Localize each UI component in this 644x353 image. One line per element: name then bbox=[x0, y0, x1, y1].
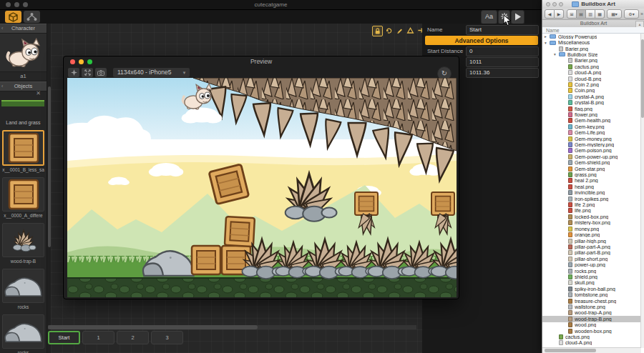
timeline-scrollbar[interactable] bbox=[48, 325, 416, 329]
finder-row[interactable]: cloud-A.png bbox=[542, 69, 644, 75]
finder-row[interactable]: wood-trap-B.png bbox=[542, 316, 644, 322]
finder-row[interactable]: spiky-iron-ball.png bbox=[542, 286, 644, 292]
screenshot-button[interactable] bbox=[95, 68, 107, 77]
finder-row[interactable]: flower.png bbox=[542, 111, 644, 117]
disclosure-triangle[interactable]: ▸ bbox=[545, 34, 550, 39]
font-button[interactable]: Aa bbox=[481, 10, 497, 24]
collapse-chevron-icon[interactable]: ‹ bbox=[1, 24, 3, 33]
finder-row[interactable]: cactus.png bbox=[542, 334, 644, 339]
finder-row[interactable]: shield.png bbox=[542, 274, 644, 279]
finder-row[interactable]: pillar-high.png bbox=[542, 238, 644, 244]
finder-row[interactable]: wooden-box.png bbox=[542, 328, 644, 334]
finder-row[interactable]: Gem-money.png bbox=[542, 136, 644, 141]
game-scene[interactable] bbox=[67, 78, 457, 297]
name-column-header[interactable]: Name bbox=[542, 27, 644, 34]
finder-row[interactable]: Coin.png bbox=[542, 88, 644, 94]
timeline-frame-button[interactable]: 3 bbox=[151, 331, 183, 344]
grass-item-thumbnail[interactable] bbox=[1, 100, 44, 106]
finder-row[interactable]: heal 2.png bbox=[542, 178, 644, 184]
character-section-header[interactable]: ‹ Character bbox=[0, 24, 47, 34]
finder-row[interactable]: pillar-part-A.png bbox=[542, 244, 644, 249]
finder-row[interactable]: cactus.png bbox=[542, 64, 644, 69]
back-button[interactable]: ◀ bbox=[545, 9, 555, 19]
finder-row[interactable]: treasure-chest.png bbox=[542, 298, 644, 304]
object-thumbnail[interactable] bbox=[2, 177, 44, 212]
close-icon[interactable]: ✕ bbox=[36, 90, 41, 96]
forward-button[interactable]: ▶ bbox=[555, 9, 564, 19]
finder-row[interactable]: power-up.png bbox=[542, 262, 644, 267]
finder-row[interactable]: pillar-short.png bbox=[542, 256, 644, 262]
finder-row[interactable]: tombstone.png bbox=[542, 292, 644, 297]
finder-row[interactable]: Gem-power-up.png bbox=[542, 154, 644, 159]
resolution-dropdown[interactable]: 1134x640 - iPhone5 ▾ bbox=[113, 68, 190, 77]
finder-hscroll-thumb[interactable] bbox=[545, 349, 596, 352]
finder-row[interactable]: Gem-key.png bbox=[542, 124, 644, 129]
column-view-button[interactable]: ▥ bbox=[586, 9, 595, 19]
object-thumbnail[interactable] bbox=[2, 314, 44, 349]
finder-row[interactable]: orange.png bbox=[542, 232, 644, 237]
finder-row[interactable]: Gem-health.png bbox=[542, 118, 644, 124]
finder-row[interactable]: Gem-Life.png bbox=[542, 130, 644, 136]
finder-horizontal-scrollbar[interactable] bbox=[542, 347, 641, 353]
lock-tool-button[interactable] bbox=[372, 26, 383, 36]
finder-row[interactable]: Gem-poison.png bbox=[542, 148, 644, 154]
finder-row[interactable]: Coin 2.png bbox=[542, 81, 644, 87]
name-input[interactable] bbox=[466, 25, 539, 35]
finder-row[interactable]: flag.png bbox=[542, 106, 644, 111]
value-1011-input[interactable] bbox=[466, 57, 539, 67]
finder-row[interactable]: ▾ Buildbox Size bbox=[542, 51, 644, 57]
object-thumbnail[interactable] bbox=[2, 223, 44, 257]
preview-window[interactable]: Preview 1134x640 - iPhone5 ▾ ↻ bbox=[63, 56, 459, 299]
finder-row[interactable]: wallstone.png bbox=[542, 304, 644, 309]
finder-vscroll-thumb[interactable] bbox=[641, 39, 644, 118]
finder-vertical-scrollbar[interactable] bbox=[640, 34, 644, 348]
fullscreen-button[interactable] bbox=[82, 68, 93, 77]
triangle-tool-button[interactable] bbox=[406, 26, 415, 35]
finder-row[interactable]: ▾ Miscellaneous bbox=[542, 39, 644, 45]
finder-row[interactable]: mistery-box.png bbox=[542, 220, 644, 226]
timeline-frame-button[interactable]: 1 bbox=[82, 331, 114, 344]
start-distance-input[interactable] bbox=[466, 46, 539, 56]
timeline-scrollbar-thumb[interactable] bbox=[48, 325, 258, 329]
pencil-tool-button[interactable] bbox=[395, 26, 404, 35]
finder-row[interactable]: Gem-shield.png bbox=[542, 160, 644, 166]
finder-row[interactable]: iron-spikes.png bbox=[542, 196, 644, 202]
timeline-frame-button[interactable]: Start bbox=[48, 331, 80, 344]
finder-row[interactable]: cloud-B.png bbox=[542, 76, 644, 81]
mindmap-mode-button[interactable] bbox=[24, 11, 40, 23]
finder-row[interactable]: locked-box.png bbox=[542, 214, 644, 219]
finder-row[interactable]: wood.png bbox=[542, 322, 644, 328]
finder-row[interactable]: money.png bbox=[542, 226, 644, 232]
snap-button[interactable] bbox=[68, 68, 79, 77]
toolbar-overflow-button[interactable]: » bbox=[640, 11, 644, 16]
disclosure-triangle[interactable]: ▾ bbox=[545, 41, 550, 45]
play-button[interactable] bbox=[511, 10, 525, 24]
finder-row[interactable]: rocks.png bbox=[542, 268, 644, 274]
finder-row[interactable]: heal.png bbox=[542, 184, 644, 189]
finder-row[interactable]: invincible.png bbox=[542, 190, 644, 196]
object-thumbnail[interactable] bbox=[2, 269, 44, 303]
collapse-chevron-icon[interactable]: ‹ bbox=[1, 82, 3, 91]
finder-row[interactable]: skull.png bbox=[542, 280, 644, 286]
finder-row[interactable]: life.png bbox=[542, 208, 644, 214]
finder-row[interactable]: pillar-part-B.png bbox=[542, 250, 644, 256]
icon-view-button[interactable]: ⊞ bbox=[567, 9, 577, 19]
scene-mode-button[interactable] bbox=[5, 11, 21, 23]
finder-row[interactable]: crystal-B.png bbox=[542, 99, 644, 105]
advanced-options-button[interactable]: Advanced Options bbox=[425, 36, 538, 45]
finder-window[interactable]: Buildbox Art ◀ ▶ ⊞ ▤ ▥ ▦ ▦▾ ⚙▾ » Buildbo… bbox=[542, 0, 644, 353]
character-thumbnail[interactable] bbox=[0, 34, 47, 72]
finder-row[interactable]: ▸ Glossy Powerups bbox=[542, 34, 644, 39]
finder-row[interactable]: Barier.png bbox=[542, 58, 644, 64]
value-1011-36-input[interactable] bbox=[466, 68, 539, 78]
finder-row[interactable]: cloud-A.png bbox=[542, 340, 644, 346]
finder-row[interactable]: crystal-A.png bbox=[542, 94, 644, 99]
object-thumbnail[interactable] bbox=[2, 130, 44, 166]
action-dropdown[interactable]: ⚙▾ bbox=[624, 9, 639, 19]
arrange-dropdown[interactable]: ▦▾ bbox=[607, 9, 622, 19]
list-view-button[interactable]: ▤ bbox=[577, 9, 586, 19]
finder-row[interactable]: Gem-mystery.png bbox=[542, 141, 644, 147]
finder-row[interactable]: Barier.png bbox=[542, 46, 644, 51]
rotate-tool-button[interactable] bbox=[384, 26, 394, 35]
finder-row[interactable]: life 2.png bbox=[542, 202, 644, 207]
